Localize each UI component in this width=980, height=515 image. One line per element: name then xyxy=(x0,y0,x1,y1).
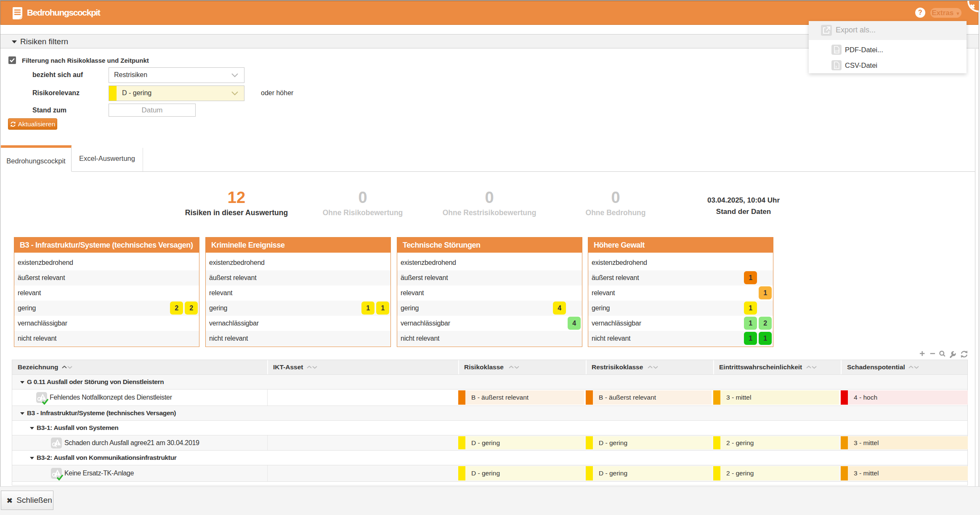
svg-text:pdf: pdf xyxy=(835,49,840,53)
svg-text:✖: ✖ xyxy=(970,3,975,10)
svg-text:x: x xyxy=(835,64,837,69)
